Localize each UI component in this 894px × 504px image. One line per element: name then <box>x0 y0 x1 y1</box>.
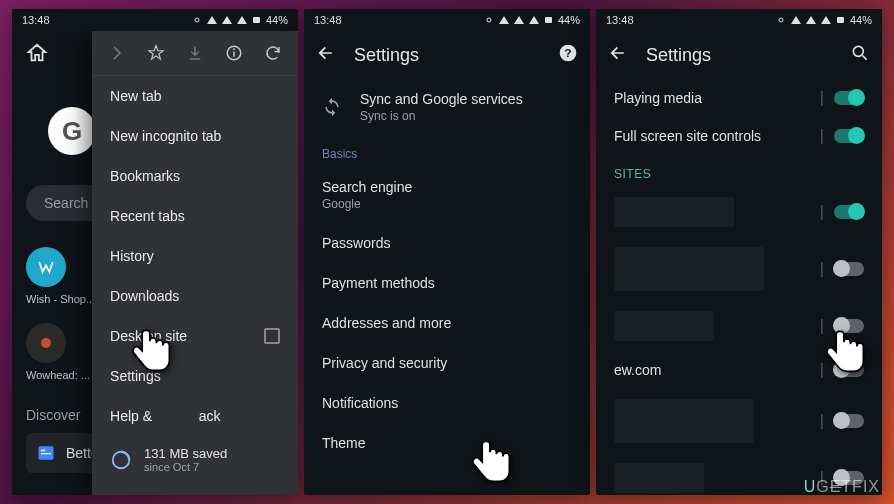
info-icon[interactable] <box>223 42 245 64</box>
redacted-site <box>614 399 754 443</box>
toggle[interactable] <box>834 129 864 143</box>
menu-new-incognito[interactable]: New incognito tab <box>92 116 298 156</box>
svg-point-0 <box>195 18 199 22</box>
site-row[interactable]: | <box>596 237 882 301</box>
section-sites: SITES <box>596 155 882 187</box>
status-bar: 13:48 44% <box>596 9 882 31</box>
site-row[interactable]: | <box>596 389 882 453</box>
status-battery: 44% <box>266 14 288 26</box>
status-time: 13:48 <box>22 14 50 26</box>
redacted-site <box>614 197 734 227</box>
row-playing-media[interactable]: Playing media| <box>596 79 882 117</box>
chrome-overflow-menu: New tab New incognito tab Bookmarks Rece… <box>92 31 298 495</box>
page-title: Settings <box>646 45 832 66</box>
wowhead-icon <box>26 323 66 363</box>
toggle[interactable] <box>834 91 864 105</box>
row-search-engine[interactable]: Search engineGoogle <box>304 167 590 223</box>
svg-point-2 <box>41 338 51 348</box>
svg-rect-15 <box>837 17 844 23</box>
redacted-site <box>614 463 704 493</box>
home-icon[interactable] <box>26 42 48 68</box>
refresh-icon[interactable] <box>262 42 284 64</box>
back-icon[interactable] <box>608 43 628 67</box>
data-saver-icon <box>110 449 132 471</box>
toggle[interactable] <box>834 414 864 428</box>
row-payment[interactable]: Payment methods <box>304 263 590 303</box>
svg-rect-5 <box>41 453 51 454</box>
svg-point-10 <box>487 18 491 22</box>
svg-point-8 <box>233 48 235 50</box>
page-title: Settings <box>354 45 540 66</box>
menu-downloads[interactable]: Downloads <box>92 276 298 316</box>
phone-chrome-menu: 13:48 44% G Search or Wish - Shop... <box>12 9 298 495</box>
svg-rect-7 <box>233 52 235 57</box>
menu-help[interactable]: Help & ack <box>92 396 298 436</box>
menu-bookmarks[interactable]: Bookmarks <box>92 156 298 196</box>
menu-desktop-site[interactable]: Desktop site <box>92 316 298 356</box>
menu-new-tab[interactable]: New tab <box>92 76 298 116</box>
forward-icon[interactable] <box>106 42 128 64</box>
svg-point-14 <box>779 18 783 22</box>
row-notifications[interactable]: Notifications <box>304 383 590 423</box>
svg-rect-11 <box>545 17 552 23</box>
menu-recent-tabs[interactable]: Recent tabs <box>92 196 298 236</box>
redacted-site <box>614 311 714 341</box>
site-row[interactable]: | <box>596 187 882 237</box>
svg-rect-4 <box>41 450 45 452</box>
toggle[interactable] <box>834 319 864 333</box>
row-theme[interactable]: Theme <box>304 423 590 463</box>
toggle[interactable] <box>834 363 864 377</box>
help-icon[interactable]: ? <box>558 43 578 67</box>
svg-text:?: ? <box>564 46 571 59</box>
phone-site-settings: 13:48 44% Settings Playing media| Full s… <box>596 9 882 495</box>
star-icon[interactable] <box>145 42 167 64</box>
status-bar: 13:48 44% <box>12 9 298 31</box>
menu-data-saved[interactable]: 131 MB savedsince Oct 7 <box>92 436 298 483</box>
back-icon[interactable] <box>316 43 336 67</box>
google-logo: G <box>48 107 96 155</box>
status-icons: 44% <box>191 14 288 26</box>
watermark: UGETFIX <box>804 478 880 496</box>
row-sync[interactable]: Sync and Google servicesSync is on <box>304 79 590 135</box>
row-addresses[interactable]: Addresses and more <box>304 303 590 343</box>
row-passwords[interactable]: Passwords <box>304 223 590 263</box>
menu-history[interactable]: History <box>92 236 298 276</box>
site-row-ew[interactable]: ew.com| <box>596 351 882 389</box>
wish-icon <box>26 247 66 287</box>
phone-settings-list: 13:48 44% Settings ? Sync and Google ser… <box>304 9 590 495</box>
download-icon[interactable] <box>184 42 206 64</box>
row-fullscreen-controls[interactable]: Full screen site controls| <box>596 117 882 155</box>
site-row[interactable]: | <box>596 301 882 351</box>
svg-rect-1 <box>253 17 260 23</box>
toggle[interactable] <box>834 262 864 276</box>
menu-settings[interactable]: Settings <box>92 356 298 396</box>
sync-icon <box>322 97 342 117</box>
toggle[interactable] <box>834 205 864 219</box>
search-icon[interactable] <box>850 43 870 67</box>
checkbox-icon[interactable] <box>264 328 280 344</box>
row-privacy[interactable]: Privacy and security <box>304 343 590 383</box>
status-bar: 13:48 44% <box>304 9 590 31</box>
redacted-site <box>614 247 764 291</box>
svg-point-16 <box>853 46 863 56</box>
news-icon <box>36 443 56 463</box>
section-basics: Basics <box>304 135 590 167</box>
